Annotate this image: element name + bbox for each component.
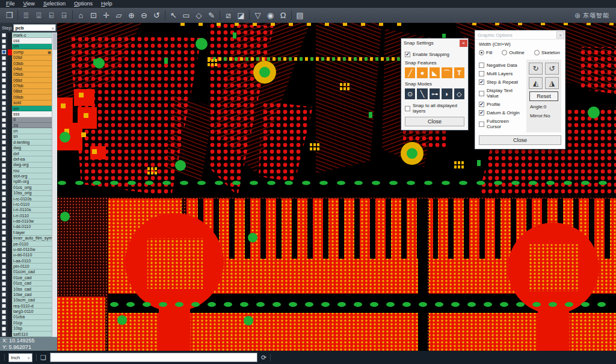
layer-row[interactable]: inner_auto_film_symb	[0, 236, 52, 241]
menu-item[interactable]: File	[2, 0, 19, 8]
snap-surface-icon[interactable]: ◣	[430, 67, 440, 78]
layer-visibility-checkbox[interactable]	[0, 106, 8, 111]
layer-visibility-checkbox[interactable]	[0, 49, 8, 55]
layer-row[interactable]: dxf	[0, 151, 52, 156]
layer-row[interactable]: mark-c	[0, 32, 52, 38]
layer-visibility-checkbox[interactable]	[0, 230, 8, 235]
layer-visibility-checkbox[interactable]	[0, 151, 8, 156]
pan-hand-icon[interactable]: ✛	[100, 8, 112, 23]
select-arrow-icon[interactable]: ↖	[167, 8, 180, 23]
layer-row[interactable]: i-rc-0110	[0, 202, 52, 207]
open-job-icon[interactable]: ❒	[3, 8, 16, 23]
rotate-cw-icon[interactable]: ↻	[529, 63, 543, 75]
layer-visibility-checkbox[interactable]	[0, 213, 8, 218]
layer-visibility-checkbox[interactable]	[0, 44, 8, 49]
graphic-option-checkbox[interactable]: ✔ Fullscreen Cursor	[479, 119, 523, 129]
layer-visibility-checkbox[interactable]	[0, 168, 8, 173]
graphic-option-checkbox[interactable]: ✔ Datum & Origin	[479, 110, 523, 116]
zoom-previous-icon[interactable]: ↺	[150, 8, 163, 23]
layer-visibility-checkbox[interactable]	[0, 179, 8, 185]
reset-button[interactable]: Reset	[529, 91, 558, 101]
layer-visibility-checkbox[interactable]	[0, 247, 8, 252]
close-icon[interactable]: ×	[460, 40, 467, 47]
layer-visibility-checkbox[interactable]	[0, 191, 8, 196]
layer-visibility-checkbox[interactable]	[0, 146, 8, 151]
next-step-icon[interactable]: ⍈	[58, 8, 70, 23]
unit-select[interactable]: Inch ∨	[8, 353, 32, 362]
layer-visibility-checkbox[interactable]	[0, 236, 8, 241]
snap-midpoint-icon[interactable]: ╲	[417, 88, 427, 99]
snap-arc-icon[interactable]: ⌒	[442, 67, 452, 78]
zoom-out-icon[interactable]: ⊖	[138, 8, 150, 23]
graphic-close-button[interactable]: Close	[479, 135, 561, 145]
layer-visibility-checkbox[interactable]	[0, 208, 8, 213]
eraser-icon[interactable]: ◪	[235, 8, 247, 23]
snap-line-icon[interactable]: ╱	[405, 67, 415, 78]
layer-visibility-checkbox[interactable]	[0, 123, 8, 128]
layer-row[interactable]: 08lst	[0, 89, 52, 94]
layer-row[interactable]: i-rr-0110s	[0, 208, 52, 213]
layer-row[interactable]: 2d	[0, 123, 52, 128]
layer-row[interactable]: 05lsb	[0, 72, 52, 78]
layer-visibility-checkbox[interactable]	[0, 83, 8, 88]
layer-row[interactable]: 10ss_cad	[0, 286, 52, 292]
layer-row[interactable]: 01ccm_cad	[0, 270, 52, 275]
close-icon[interactable]: ×	[556, 31, 564, 39]
home-view-icon[interactable]: ⌂	[75, 8, 87, 23]
step-select[interactable]: pcb ∨	[13, 24, 56, 31]
draw-page-icon[interactable]: ❏	[40, 354, 46, 362]
zoom-window-icon[interactable]: ⊡	[87, 8, 100, 23]
layer-row[interactable]: 01cs_orig	[0, 185, 52, 190]
layer-row[interactable]: pe-0110	[0, 241, 52, 247]
layer-row[interactable]: 06lst	[0, 78, 52, 83]
layer-visibility-checkbox[interactable]	[0, 162, 8, 168]
width-mode-radio[interactable]: Fill	[479, 50, 492, 55]
layer-visibility-checkbox[interactable]	[0, 286, 8, 292]
layer-row[interactable]: cm	[0, 44, 52, 49]
layer-visibility-checkbox[interactable]	[0, 224, 8, 230]
graphic-option-checkbox[interactable]: ✔ Step & Repeat	[479, 79, 523, 85]
clean-brush-icon[interactable]: ✎	[205, 8, 218, 23]
layer-row[interactable]: cn	[0, 128, 52, 134]
layer-visibility-checkbox[interactable]	[0, 72, 8, 78]
layer-row[interactable]: targ3-0110	[0, 309, 52, 314]
layer-row[interactable]: f-layer	[0, 230, 52, 235]
width-mode-radio[interactable]: Outline	[502, 50, 524, 55]
mirror-vertical-icon[interactable]: ◮	[545, 77, 559, 89]
menu-item[interactable]: View	[19, 0, 39, 8]
layer-row[interactable]: i-rc-0110s	[0, 196, 52, 202]
layer-visibility-checkbox[interactable]	[0, 140, 8, 145]
layer-visibility-checkbox[interactable]	[0, 55, 8, 61]
layer-visibility-checkbox[interactable]	[0, 332, 8, 337]
snap-vertex-icon[interactable]: ◇	[454, 88, 464, 99]
width-mode-radio[interactable]: Skeleton	[534, 50, 560, 55]
layer-visibility-checkbox[interactable]	[0, 315, 8, 320]
snap-center-icon[interactable]: ⊙	[405, 88, 415, 99]
layer-row[interactable]: 07lsb	[0, 83, 52, 88]
menu-item[interactable]: Options	[70, 0, 97, 8]
layer-visibility-checkbox[interactable]	[0, 275, 8, 280]
snap-pad-icon[interactable]: ●	[417, 67, 427, 78]
select-polygon-icon[interactable]: ◇	[192, 8, 205, 23]
layer-visibility-checkbox[interactable]	[0, 303, 8, 309]
layer-row[interactable]: sm	[0, 106, 52, 111]
layer-visibility-checkbox[interactable]	[0, 32, 8, 38]
measure-icon[interactable]: ⧄	[222, 8, 235, 23]
layer-visibility-checkbox[interactable]	[0, 173, 8, 179]
layer-row[interactable]: sn	[0, 134, 52, 140]
mirror-horizontal-icon[interactable]: ◭	[529, 77, 543, 89]
export-icon[interactable]: ⍗	[32, 8, 45, 23]
layer-visibility-checkbox[interactable]	[0, 253, 8, 258]
snap-magnet-icon[interactable]: Ω	[277, 8, 289, 23]
layer-row[interactable]: comp▦	[0, 49, 52, 55]
layer-row[interactable]: 10sp	[0, 326, 52, 332]
graphic-dialog-titlebar[interactable]: Graphic Options ×	[475, 31, 565, 40]
layer-row[interactable]: d	[0, 117, 52, 123]
layer-row[interactable]: npth-org	[0, 179, 52, 185]
layer-visibility-checkbox[interactable]	[0, 134, 8, 140]
layer-row[interactable]: rou	[0, 168, 52, 173]
layer-row[interactable]: css	[0, 38, 52, 43]
snap-close-button[interactable]: Close	[405, 117, 464, 126]
import-icon[interactable]: ⍐	[20, 8, 32, 23]
filter-icon[interactable]: ▽	[251, 8, 264, 23]
